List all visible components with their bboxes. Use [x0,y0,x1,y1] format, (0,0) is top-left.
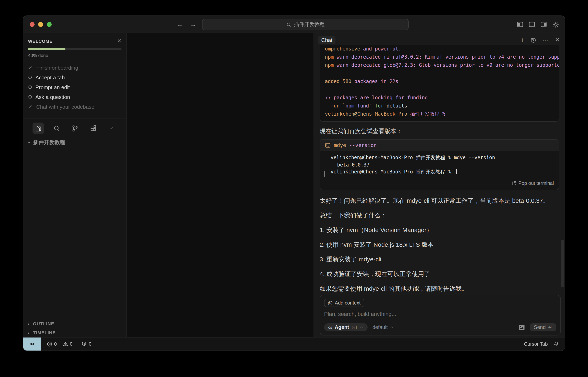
minimize-window-button[interactable] [38,22,43,27]
settings-gear-icon[interactable] [552,21,559,28]
send-button[interactable]: Send ↵ [530,323,556,331]
assistant-message: 太好了！问题已经解决了。现在 mdye-cli 可以正常工作了，当前版本是 be… [320,196,559,292]
onboarding-progress-bar [28,48,122,50]
terminal-icon [325,142,331,148]
chat-close-icon[interactable]: ✕ [555,36,560,44]
zoom-window-button[interactable] [47,22,52,27]
welcome-close-icon[interactable]: ✕ [117,38,122,44]
nav-forward-button[interactable]: → [190,21,196,28]
welcome-panel: WELCOME ✕ 40% done ✓Finish onboardingAcc… [23,33,126,118]
terminal-output-line: npm warn deprecated rimraf@3.0.2: Rimraf… [325,53,554,61]
chat-panel: Chat + ⋯ ✕ omprehensive and powerful.npm… [313,33,565,337]
screen: ← → 插件开发教程 [0,0,588,377]
command-arg: --version [346,142,377,148]
add-context-button[interactable]: @ Add context [324,299,364,307]
chevron-up-icon [359,325,364,329]
chat-input-box[interactable]: @ Add context Plan, search, build anythi… [320,295,561,335]
message-paragraph: 如果您需要使用 mdye-cli 的其他功能，请随时告诉我。 [320,283,559,292]
search-icon [286,22,292,27]
onboarding-checklist-item[interactable]: Ask a question [28,92,122,102]
titlebar: ← → 插件开发教程 [23,16,565,33]
terminal-output-line: npm warn deprecated glob@7.2.3: Glob ver… [325,61,554,69]
window-controls [30,22,52,27]
attach-image-icon[interactable] [518,324,525,330]
command-center-search[interactable]: 插件开发教程 [202,19,409,30]
source-control-icon[interactable] [69,123,80,134]
search-view-icon[interactable] [51,123,62,134]
extensions-icon[interactable] [88,123,99,134]
warning-triangle-icon [62,341,68,347]
editor-empty-area [127,33,313,337]
message-list-item: 4. 成功验证了安装，现在可以正常使用了 [320,269,559,279]
primary-sidebar: WELCOME ✕ 40% done ✓Finish onboardingAcc… [23,33,127,337]
forwarded-ports[interactable]: 0 [81,341,91,347]
toggle-panel-icon[interactable] [529,21,535,28]
new-chat-icon[interactable]: + [520,36,524,43]
chat-scrollbar-thumb[interactable] [561,240,564,287]
root-folder-label: 插件开发教程 [33,139,65,146]
notifications-bell-icon[interactable] [554,341,559,347]
message-paragraph: 太好了！问题已经解决了。现在 mdye-cli 可以正常工作了，当前版本是 be… [320,196,559,205]
sidebar-view-switcher [23,118,126,138]
chevron-down-icon [26,140,31,145]
checklist-item-label: Ask a question [35,94,70,100]
message-paragraph: 总结一下我们做了什么： [320,210,559,220]
chevron-right-icon [26,321,31,326]
outline-section-header[interactable]: OUTLINE [23,319,126,328]
checklist-item-label: Prompt an edit [35,84,70,90]
agent-mode-picker[interactable]: ∞ Agent ⌘I [324,323,368,331]
explorer-root-folder[interactable]: 插件开发教程 [23,138,126,147]
status-bar: >< 0 0 0 Cursor Tab [23,337,565,351]
chat-tab[interactable]: Chat [318,36,336,44]
terminal-output-line: velinkchen@Chens-MacBook-Pro 插件开发教程 % [325,110,554,118]
app-window: ← → 插件开发教程 [23,15,565,351]
terminal-cursor [454,169,457,174]
terminal-output-line [325,85,554,94]
command-name: mdye [334,142,346,148]
message-list-item: 3. 重新安装了 mdye-cli [320,254,559,264]
circle-icon [28,76,32,79]
pop-out-terminal-button[interactable]: Pop out terminal [320,178,559,189]
onboarding-checklist-item[interactable]: Prompt an edit [28,82,122,92]
nav-back-button[interactable]: ← [177,21,183,28]
explorer-files-icon[interactable] [33,123,44,134]
onboarding-checklist-item[interactable]: Accept a tab [28,72,122,82]
message-list-item: 2. 使用 nvm 安装了 Node.js 18.x LTS 版本 [320,240,559,249]
error-circle-icon [47,341,53,347]
checklist-item-label: Finish onboarding [36,65,78,71]
circle-icon [28,85,32,89]
onboarding-checklist: ✓Finish onboardingAccept a tabPrompt an … [28,63,122,112]
command-block: mdye --version velinkchen@Chens-MacBook-… [320,139,559,190]
check-icon: ✓ [28,65,33,71]
chat-header: Chat + ⋯ ✕ [314,33,565,45]
problems-warnings[interactable]: 0 [62,341,72,347]
close-window-button[interactable] [30,22,34,27]
onboarding-checklist-item[interactable]: ✓Finish onboarding [28,63,122,72]
message-list-item: 1. 安装了 nvm（Node Version Manager） [320,225,559,235]
remote-indicator[interactable]: >< [23,338,41,351]
onboarding-checklist-item[interactable]: ✓Chat with your codebase [28,102,122,112]
chat-more-icon[interactable]: ⋯ [543,37,549,43]
search-text: 插件开发教程 [294,21,324,28]
terminal-output-line: omprehensive and powerful. [325,45,554,53]
cursor-tab-status[interactable]: Cursor Tab [524,341,548,347]
problems-errors[interactable]: 0 [47,341,57,347]
chevron-up-icon [390,325,394,329]
toggle-secondary-sidebar-icon[interactable] [540,21,547,28]
checklist-item-label: Chat with your codebase [36,104,94,110]
checklist-item-label: Accept a tab [35,74,65,80]
chat-message-list: omprehensive and powerful.npm warn depre… [314,45,565,292]
more-views-chevron-icon[interactable] [106,123,117,134]
terminal-output-line: 77 packages are looking for funding [325,94,554,102]
check-icon: ✓ [28,104,33,110]
terminal-output-block: omprehensive and powerful.npm warn depre… [320,45,559,122]
terminal-output-line [325,69,554,77]
return-key-icon: ↵ [548,324,552,330]
model-picker[interactable]: default [372,324,394,330]
terminal-output-line: added 580 packages in 22s [325,77,554,85]
terminal-run-line: velinkchen@Chens-MacBook-Pro 插件开发教程 % md… [324,154,554,161]
timeline-section-header[interactable]: TIMELINE [23,328,126,337]
timeline-label: TIMELINE [33,330,56,335]
toggle-primary-sidebar-icon[interactable] [517,21,523,28]
chat-history-icon[interactable] [531,37,537,43]
